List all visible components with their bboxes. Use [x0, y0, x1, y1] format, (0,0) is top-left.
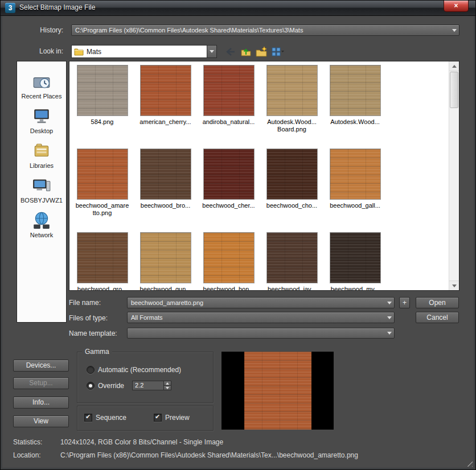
gamma-value-spinner[interactable]: 2.2: [132, 381, 171, 390]
scroll-up-button[interactable]: [449, 61, 459, 71]
file-item[interactable]: american_cherry...: [134, 61, 197, 145]
file-item[interactable]: beechwood_gall...: [323, 145, 387, 229]
chevron-down-icon: [452, 29, 457, 32]
vertical-scrollbar[interactable]: [449, 61, 459, 290]
devices-button[interactable]: Devices...: [13, 360, 69, 372]
file-item[interactable]: beechwood_cher...: [197, 145, 260, 229]
gamma-group: Gamma Automatic (Recommended) Override 2…: [77, 352, 214, 403]
resize-grip[interactable]: [465, 459, 473, 467]
file-thumbnail: [77, 232, 128, 283]
history-label: History:: [15, 26, 63, 34]
gamma-automatic-option[interactable]: Automatic (Recommended): [87, 366, 181, 374]
file-item[interactable]: beechwood_hon...: [197, 229, 260, 290]
chevron-down-icon: [387, 302, 392, 304]
network-icon: [32, 211, 51, 230]
sequence-option[interactable]: Sequence: [84, 414, 126, 422]
file-item[interactable]: beechwood_bro...: [134, 145, 197, 229]
up-one-level-icon: [240, 46, 252, 57]
file-name-label: beechwood_gun...: [134, 286, 197, 290]
history-dropdown-button[interactable]: [450, 25, 459, 35]
gamma-group-title: Gamma: [82, 348, 112, 356]
file-name-label: beechwood_hon...: [197, 286, 260, 290]
file-thumbnail: [77, 65, 128, 116]
history-value: C:\Program Files (x86)\Common Files\Auto…: [72, 27, 450, 34]
file-name-label: beechwood_jav...: [260, 286, 323, 290]
files-of-type-combobox[interactable]: All Formats: [127, 312, 395, 323]
preview-option[interactable]: Preview: [154, 414, 190, 422]
name-template-combobox[interactable]: [127, 328, 395, 339]
statistics-label: Statistics:: [13, 438, 42, 446]
sidebar-item-recent-places[interactable]: Recent Places: [17, 72, 66, 100]
scroll-down-button[interactable]: [449, 281, 459, 290]
sidebar-item-computer[interactable]: BOSBYJVWZ1: [17, 176, 66, 204]
sidebar-item-desktop[interactable]: Desktop: [17, 106, 66, 134]
sequence-checkbox[interactable]: [84, 414, 92, 422]
setup-button[interactable]: Setup...: [13, 377, 69, 389]
file-name-label: beechwood_cher...: [197, 202, 260, 209]
look-in-dropdown-button[interactable]: [207, 46, 216, 57]
file-item[interactable]: beechwood_cho...: [260, 145, 323, 229]
preview-checkbox-label: Preview: [165, 414, 190, 422]
file-item[interactable]: Autodesk.Wood... Board.png: [260, 61, 323, 145]
file-item[interactable]: andiroba_natural...: [197, 61, 260, 145]
file-thumbnail: [140, 65, 191, 116]
statistics-value: 1024x1024, RGB Color 8 Bits/Channel - Si…: [60, 438, 223, 446]
gamma-value-field[interactable]: 2.2: [132, 381, 164, 390]
files-of-type-value: All Formats: [128, 314, 385, 321]
new-folder-button[interactable]: [254, 46, 269, 58]
file-item[interactable]: 584.png: [71, 61, 134, 145]
sidebar-item-network[interactable]: Network: [17, 211, 66, 238]
spinner-down-button[interactable]: [164, 385, 171, 390]
sidebar-item-label: Desktop: [30, 127, 53, 134]
view-menu-button[interactable]: [270, 46, 286, 58]
chevron-up-icon: [166, 382, 169, 385]
automatic-radio[interactable]: [87, 366, 95, 374]
info-button[interactable]: Info...: [13, 397, 69, 409]
file-item[interactable]: beechwood_my...: [323, 229, 387, 290]
override-radio[interactable]: [87, 382, 95, 390]
file-item[interactable]: beechwood_jav...: [260, 229, 323, 290]
chevron-up-icon: [452, 65, 457, 68]
add-button[interactable]: +: [399, 297, 410, 308]
look-in-value: Mats: [87, 48, 207, 56]
file-thumbnail: [266, 149, 318, 200]
close-button[interactable]: ×: [444, 1, 469, 12]
file-item[interactable]: beechwood_gro...: [71, 229, 134, 290]
name-template-field-label: Name template:: [69, 329, 123, 337]
sidebar-item-label: BOSBYJVWZ1: [20, 197, 63, 204]
gamma-override-option[interactable]: Override 2.2: [87, 381, 171, 390]
back-button[interactable]: [224, 46, 237, 58]
app-logo-icon: 3: [5, 3, 15, 13]
chevron-down-icon: [452, 285, 457, 287]
file-thumbnail: [203, 232, 255, 283]
view-button[interactable]: View: [13, 415, 69, 427]
preview-checkbox[interactable]: [154, 414, 162, 422]
open-button[interactable]: Open: [416, 297, 459, 308]
chevron-down-icon: [166, 387, 169, 389]
file-name-label: american_cherry...: [134, 118, 197, 126]
file-item[interactable]: beechwood_gun...: [134, 229, 197, 290]
title-bar[interactable]: 3 Select Bitmap Image File ×: [1, 1, 475, 16]
cancel-button[interactable]: Cancel: [416, 312, 459, 323]
file-item[interactable]: beechwood_amare tto.png: [71, 145, 134, 229]
sequence-preview-group: Sequence Preview: [77, 406, 214, 431]
file-name-label: beechwood_bro...: [134, 202, 197, 209]
look-in-combobox[interactable]: Mats: [71, 45, 217, 58]
scrollbar-thumb[interactable]: [450, 72, 458, 108]
file-thumbnail: [140, 149, 191, 200]
file-name-label: beechwood_amare tto.png: [71, 202, 134, 217]
up-one-level-button[interactable]: [239, 46, 253, 58]
spinner-up-button[interactable]: [164, 381, 171, 385]
sidebar-item-libraries[interactable]: Libraries: [17, 141, 66, 169]
file-item[interactable]: Autodesk.Wood...: [323, 61, 387, 145]
history-combobox[interactable]: C:\Program Files (x86)\Common Files\Auto…: [71, 24, 459, 36]
files-of-type-dropdown-button[interactable]: [385, 312, 394, 323]
automatic-radio-label: Automatic (Recommended): [98, 366, 181, 374]
file-thumbnail: [266, 65, 318, 116]
name-template-dropdown-button[interactable]: [385, 328, 394, 338]
folder-icon: [74, 47, 84, 56]
file-thumbnail: [330, 65, 381, 116]
file-name-combobox[interactable]: beechwood_amaretto.png: [127, 297, 395, 308]
chevron-down-icon: [387, 332, 392, 335]
file-name-dropdown-button[interactable]: [385, 298, 394, 308]
